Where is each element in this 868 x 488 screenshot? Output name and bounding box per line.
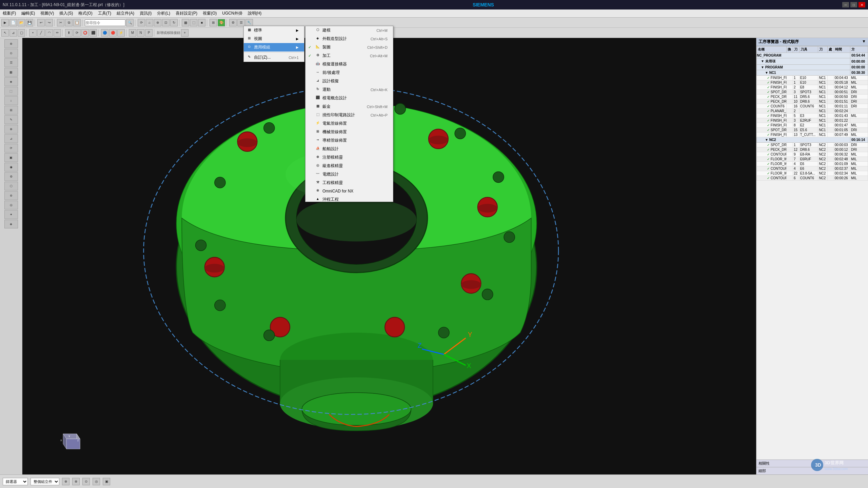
table-row[interactable]: ▼ NC1 00:38:30	[757, 70, 868, 76]
tb-new-btn[interactable]: 📄	[9, 19, 17, 26]
close-button[interactable]: ✕	[859, 2, 865, 7]
tb-wire-btn[interactable]: ⬚	[190, 19, 197, 26]
tb-color-btn[interactable]: 🎨	[218, 19, 225, 26]
side-btn-13[interactable]: ▣	[4, 153, 18, 162]
side-btn-1[interactable]: ⊕	[4, 39, 18, 48]
menu-insert[interactable]: 插入(S)	[57, 9, 76, 17]
snap-select[interactable]: 整個組立件	[31, 478, 59, 485]
table-row[interactable]: ✓ SPOT_DRIL... 1 SPOT3 NC2 00:00:03 DRI	[757, 143, 868, 147]
sm-ship[interactable]: ⛵ 船舶設計	[305, 145, 393, 153]
tb-redo-btn[interactable]: ↪	[45, 19, 53, 26]
table-row[interactable]: ✓ FINISH_FL... 1 E10 NC1 00:04:43 MIL	[757, 76, 868, 80]
menu-view[interactable]: 視圖(V)	[38, 9, 57, 17]
tb2-filter[interactable]: ⊿	[9, 29, 17, 37]
tb2-add[interactable]: +	[181, 29, 189, 37]
side-btn-17[interactable]: ⊚	[4, 191, 18, 200]
tb2-op2[interactable]: 🔴	[109, 29, 117, 37]
menu-info[interactable]: 資訊(I)	[137, 9, 154, 17]
status-btn5[interactable]: ▣	[103, 478, 110, 485]
side-btn-18[interactable]: ◎	[4, 201, 18, 209]
side-btn-4[interactable]: ▦	[4, 68, 18, 77]
table-row[interactable]: ✓ PECK_DRIL... 11 DR5.6 NC1 00:00:50 DRI	[757, 95, 868, 99]
tb-fit-btn[interactable]: ⊡	[162, 19, 170, 26]
tb2-extrude[interactable]: ⬆	[65, 29, 73, 37]
menu-assembly[interactable]: 組立件(A)	[114, 9, 137, 17]
maximize-button[interactable]: □	[850, 2, 857, 7]
tb2-mach2[interactable]: N	[137, 29, 144, 37]
tb-op1[interactable]: ⚙	[229, 19, 237, 26]
search-input[interactable]	[85, 19, 125, 26]
sm-machining[interactable]: ✓ ⚙ 加工 Ctrl+Alt+M	[305, 52, 393, 60]
tb2-point[interactable]: •	[29, 29, 37, 37]
table-row[interactable]: ▼ NC2 00:16:14	[757, 137, 868, 143]
sm-shape[interactable]: ◈ 外觀造型設計 Ctrl+Alt+S	[305, 35, 393, 43]
status-btn2[interactable]: ⊗	[72, 478, 80, 485]
table-row[interactable]: ▼ PROGRAM 00:00:00	[757, 65, 868, 70]
sm-inj[interactable]: ⊕ 注塑模精靈	[305, 153, 393, 162]
menu-window[interactable]: 視窗(O)	[200, 9, 219, 17]
side-btn-9[interactable]: ✎	[4, 115, 18, 124]
table-row[interactable]: ✓ FINISH_FL... 5 E3 NC1 00:01:43 MIL	[757, 114, 868, 118]
menu-file[interactable]: 檔案(F)	[0, 9, 19, 17]
table-row[interactable]: ✓ CONTOUR_... 6 COUNT6 NC2 00:00:26 MIL	[757, 176, 868, 181]
sm-mold[interactable]: ⬛ 模電概念設計	[305, 94, 393, 102]
table-row[interactable]: ▼ 未用項 00:00:00	[757, 58, 868, 65]
sm-prepost[interactable]: ↔ 前/後處理	[305, 68, 393, 77]
menu-ugcn[interactable]: UGCN外掛	[219, 9, 245, 17]
table-row[interactable]: ✓ PECK_DRIL... 10 DR8.6 NC1 00:01:51 DRI	[757, 99, 868, 104]
menu-edit[interactable]: 編輯(E)	[19, 9, 38, 17]
table-row[interactable]: ✓ COUNT6 16 COUNT6 NC1 00:01:11 DRI	[757, 104, 868, 109]
tb2-op3[interactable]: ⚡	[117, 29, 125, 37]
dd-appmodule[interactable]: ⊙ 應用模組 ▶	[244, 43, 304, 52]
tb-zoom-btn[interactable]: ⊕	[154, 19, 161, 26]
sm-motion[interactable]: ↻ 運動 Ctrl+Alt+K	[305, 85, 393, 94]
tb-op2[interactable]: ☰	[237, 19, 245, 26]
side-btn-14[interactable]: ◉	[4, 163, 18, 171]
table-row[interactable]: ✓ SPOT_DRIL... 3 SPOT3 NC1 00:00:51 DRI	[757, 90, 868, 95]
side-btn-6[interactable]: ⬚	[4, 87, 18, 96]
sm-metal[interactable]: ▦ 鈑金 Ctrl+Shift+M	[305, 102, 393, 111]
table-row[interactable]: ✓ FLOOR_WA... 4 E6 NC2 00:01:09 MIL	[757, 162, 868, 166]
sm-wire[interactable]: 〰 電纜設計	[305, 170, 393, 179]
sm-model[interactable]: ⬡ 建模 Ctrl+M	[305, 26, 393, 35]
sm-stamp[interactable]: ▲ 沖程工程	[305, 195, 393, 202]
side-btn-3[interactable]: ☰	[4, 58, 18, 67]
side-btn-8[interactable]: ⊞	[4, 106, 18, 115]
tb2-sketch[interactable]: ✏	[54, 29, 61, 37]
sm-pipe[interactable]: ╼ 導精管線佈置	[305, 136, 393, 145]
sm-pcb[interactable]: ⬚ 撓性印制電路設計 Ctrl+Alt+P	[305, 111, 393, 119]
table-row[interactable]: ✓ PECK_DRIL... 12 DR8.6 NC2 00:00:12 DRI	[757, 147, 868, 152]
side-btn-2[interactable]: ⊙	[4, 49, 18, 58]
tb-search-btn[interactable]: 🔍	[126, 19, 134, 26]
menu-preferences[interactable]: 喜好設定(P)	[173, 9, 200, 17]
tb2-revolve[interactable]: ⟳	[73, 29, 81, 37]
table-row[interactable]: ✓ FINISH_FL... 2 E8 NC1 00:04:12 MIL	[757, 85, 868, 90]
minimize-button[interactable]: ─	[842, 2, 849, 7]
tb-layer-btn[interactable]: ⊞	[210, 19, 217, 26]
tb-cut-btn[interactable]: ✂	[57, 19, 64, 26]
menu-help[interactable]: 說明(H)	[245, 9, 264, 17]
tb2-pocket[interactable]: ⬛	[90, 29, 97, 37]
side-btn-12[interactable]: ⟳	[4, 144, 18, 152]
side-btn-15[interactable]: ⚙	[4, 172, 18, 181]
table-row[interactable]: ✓ CONTOUR_... 9 E8-RA NC2 00:06:32 MIL	[757, 152, 868, 157]
menu-tools[interactable]: 工具(T)	[95, 9, 114, 17]
sm-omni[interactable]: ⊗ OmniCAD for NX	[305, 187, 393, 195]
side-btn-5[interactable]: ◈	[4, 77, 18, 86]
table-row[interactable]: ✓ FINISH_FL... 3 E2RUF NC1 00:01:22	[757, 118, 868, 123]
dd-view[interactable]: ⊞ 視圖 ▶	[244, 35, 304, 43]
tb-home-btn[interactable]: ⌂	[146, 19, 153, 26]
table-row[interactable]: ✓ FINISH_FL... 1 E10 NC1 00:05:18 MIL	[757, 80, 868, 85]
menu-analysis[interactable]: 分析(L)	[154, 9, 173, 17]
tb2-mach3[interactable]: P	[145, 29, 153, 37]
sm-designsim[interactable]: ⊿ 設計模擬	[305, 77, 393, 85]
table-row[interactable]: ✓ FLOOR_WA... 22 E3.8-5A... NC2 00:02:34…	[757, 171, 868, 176]
status-btn1[interactable]: ⊕	[62, 478, 70, 485]
table-row[interactable]: ✓ FLOOR_WA... 7 E6RUF NC2 00:02:48 MIL	[757, 157, 868, 162]
side-btn-10[interactable]: ⊗	[4, 125, 18, 134]
table-row[interactable]: ✓ FINISH_FL... 13 T_CUTT... NC1 00:07:49…	[757, 133, 868, 137]
side-btn-7[interactable]: ↕	[4, 96, 18, 105]
tb-rotate-btn[interactable]: ↻	[170, 19, 178, 26]
dd-standard[interactable]: ▦ 標準 ▶	[244, 26, 304, 35]
navigation-cube[interactable]: Y X Z	[56, 427, 83, 454]
